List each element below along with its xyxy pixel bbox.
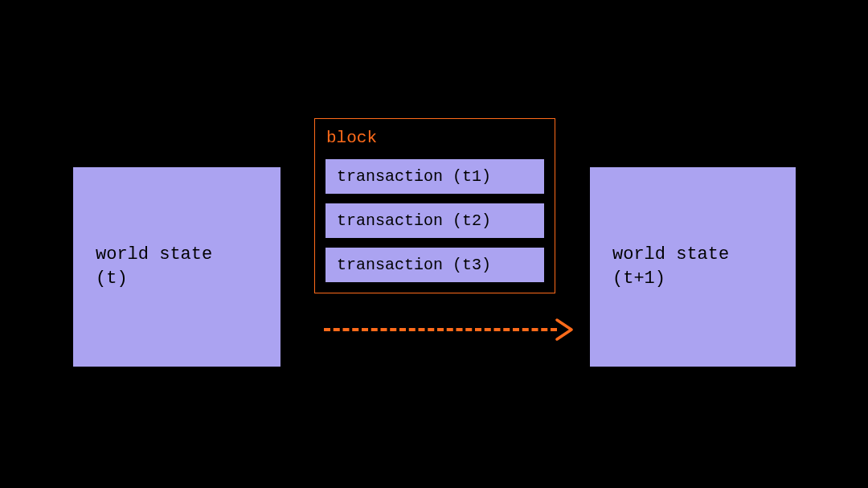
world-state-after: world state (t+1) (589, 166, 796, 367)
world-state-before-label-line1: world state (96, 243, 258, 267)
world-state-after-label-line2: (t+1) (612, 267, 773, 291)
transaction-row: transaction (t3) (325, 247, 545, 283)
world-state-before-label-line2: (t) (96, 267, 258, 291)
world-state-after-label-line1: world state (612, 243, 773, 267)
arrow-head-icon (555, 318, 573, 341)
transaction-row: transaction (t1) (325, 158, 545, 195)
arrow-line (324, 328, 557, 331)
world-state-before: world state (t) (72, 166, 281, 367)
block-label: block (326, 129, 545, 147)
transition-arrow (324, 318, 573, 342)
transaction-row: transaction (t2) (325, 203, 545, 239)
block-container: block transaction (t1) transaction (t2) … (314, 118, 555, 293)
